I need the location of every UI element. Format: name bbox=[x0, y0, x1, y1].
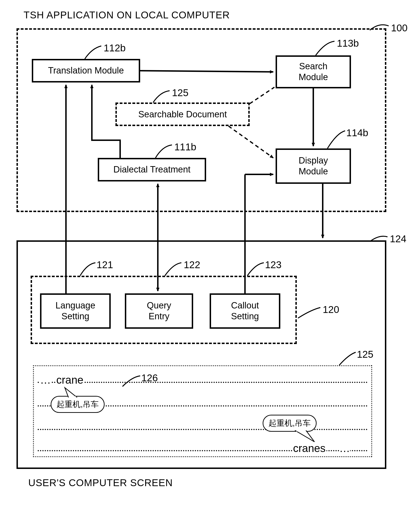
ref-121: 121 bbox=[97, 259, 113, 271]
translation-module-label: Translation Module bbox=[48, 65, 124, 76]
language-setting-box: Language Setting bbox=[40, 293, 111, 329]
search-module-label-2: Module bbox=[299, 72, 328, 83]
display-module-box: Display Module bbox=[276, 149, 351, 184]
callout-bubble-1-text: 起重机,吊车 bbox=[57, 399, 99, 410]
doc-line-1 bbox=[38, 382, 368, 383]
display-module-label-1: Display bbox=[299, 155, 328, 166]
callout-bubble-2: 起重机,吊车 bbox=[263, 415, 317, 432]
callout-setting-label-2: Setting bbox=[231, 311, 259, 322]
searchable-document-box: Searchable Document bbox=[115, 103, 250, 126]
doc-word-crane: crane bbox=[55, 374, 84, 386]
doc-line-3 bbox=[38, 429, 368, 430]
ref-125a: 125 bbox=[172, 87, 188, 98]
language-setting-label-1: Language bbox=[55, 300, 95, 311]
callout-setting-box: Callout Setting bbox=[210, 293, 280, 329]
ref-100: 100 bbox=[391, 23, 407, 34]
ref-124: 124 bbox=[390, 233, 406, 245]
display-module-label-2: Module bbox=[299, 166, 328, 177]
language-setting-label-2: Setting bbox=[61, 311, 89, 322]
ref-112b: 112b bbox=[104, 42, 126, 54]
ref-123: 123 bbox=[265, 259, 281, 271]
dialectal-treatment-box: Dialectal Treatment bbox=[98, 158, 206, 181]
callout-bubble-1: 起重机,吊车 bbox=[51, 396, 105, 413]
title-bottom: USER'S COMPUTER SCREEN bbox=[28, 477, 173, 489]
callout-setting-label-1: Callout bbox=[231, 300, 259, 311]
translation-module-box: Translation Module bbox=[32, 59, 140, 83]
ref-111b: 111b bbox=[174, 141, 196, 153]
ref-120: 120 bbox=[323, 304, 339, 315]
ref-122: 122 bbox=[184, 259, 200, 271]
search-module-label-1: Search bbox=[299, 61, 327, 72]
query-entry-box: Query Entry bbox=[125, 293, 193, 329]
title-top: TSH APPLICATION ON LOCAL COMPUTER bbox=[23, 9, 230, 21]
ref-113b: 113b bbox=[337, 38, 359, 49]
query-entry-label-2: Entry bbox=[149, 311, 170, 322]
searchable-document-label: Searchable Document bbox=[138, 109, 227, 120]
ref-125b: 125 bbox=[357, 349, 373, 360]
query-entry-label-1: Query bbox=[147, 300, 171, 311]
ref-114b: 114b bbox=[346, 127, 368, 139]
search-module-box: Search Module bbox=[276, 55, 351, 88]
callout-bubble-2-text: 起重机,吊车 bbox=[269, 418, 311, 429]
ellipsis-1: … bbox=[40, 374, 51, 386]
doc-word-cranes: cranes bbox=[292, 442, 326, 454]
ellipsis-2: … bbox=[339, 442, 350, 454]
ref-126: 126 bbox=[141, 372, 158, 384]
dialectal-treatment-label: Dialectal Treatment bbox=[113, 164, 190, 175]
diagram-canvas: TSH APPLICATION ON LOCAL COMPUTER 100 Tr… bbox=[9, 9, 411, 504]
